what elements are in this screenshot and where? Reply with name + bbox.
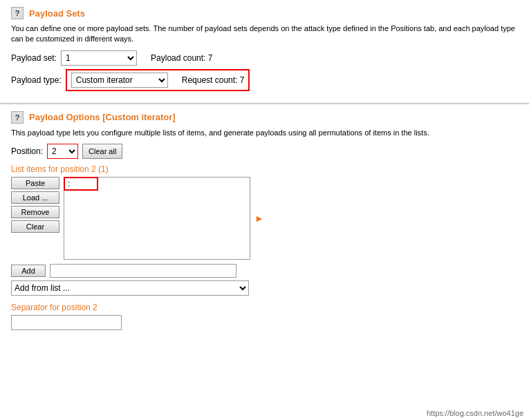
payload-sets-section: ? Payload Sets You can define one or mor… — [0, 0, 529, 104]
payload-options-title: Payload Options [Custom iterator] — [29, 112, 176, 122]
payload-options-desc: This payload type lets you configure mul… — [11, 128, 518, 138]
list-items-label: List items for position 2 (1) — [11, 164, 518, 174]
footer-url: https://blog.csdn.net/wo41ge — [427, 409, 523, 417]
payload-type-label: Payload type: — [11, 75, 62, 85]
separator-label: Separator for position 2 — [11, 303, 518, 312]
add-button[interactable]: Add — [11, 265, 46, 277]
list-textarea[interactable]: : — [64, 177, 250, 260]
payload-sets-desc: You can define one or more payload sets.… — [11, 23, 518, 45]
separator-section: Separator for position 2 — [11, 303, 518, 330]
clear-all-button[interactable]: Clear all — [82, 144, 122, 159]
payload-set-row: Payload set: 1 2 3 Payload count: 7 — [11, 50, 518, 66]
position-row: Position: 1 2 3 Clear all — [11, 144, 518, 159]
payload-type-row: Payload type: Custom iterator Simple lis… — [11, 69, 518, 91]
position-label: Position: — [11, 146, 43, 156]
load-button[interactable]: Load ... — [11, 191, 59, 204]
payload-options-section: ? Payload Options [Custom iterator] This… — [0, 104, 529, 338]
position-select[interactable]: 1 2 3 — [47, 144, 78, 159]
add-from-list-row: Add from list ... — [11, 280, 518, 296]
request-count: Request count: 7 — [182, 75, 245, 85]
remove-button[interactable]: Remove — [11, 206, 59, 218]
payload-type-select[interactable]: Custom iterator Simple list Runtime file — [71, 73, 168, 88]
list-textarea-wrapper: : : — [64, 177, 250, 260]
help-button-payload-options[interactable]: ? — [11, 111, 24, 124]
add-input[interactable] — [50, 264, 236, 278]
payload-set-label: Payload set: — [11, 53, 57, 63]
clear-button[interactable]: Clear — [11, 220, 59, 233]
payload-type-highlight: Custom iterator Simple list Runtime file… — [66, 69, 250, 91]
payload-set-select[interactable]: 1 2 3 — [61, 50, 137, 66]
add-row: Add — [11, 264, 518, 278]
paste-button[interactable]: Paste — [11, 177, 59, 189]
list-buttons: Paste Load ... Remove Clear — [11, 177, 59, 233]
arrow-icon: ► — [254, 213, 264, 224]
payload-count: Payload count: 7 — [151, 53, 212, 63]
add-from-list-select[interactable]: Add from list ... — [11, 280, 249, 296]
payload-sets-title: Payload Sets — [29, 8, 85, 19]
separator-input[interactable] — [11, 315, 122, 330]
help-button-payload-sets[interactable]: ? — [11, 7, 24, 19]
list-area: Paste Load ... Remove Clear : : ► — [11, 177, 518, 260]
